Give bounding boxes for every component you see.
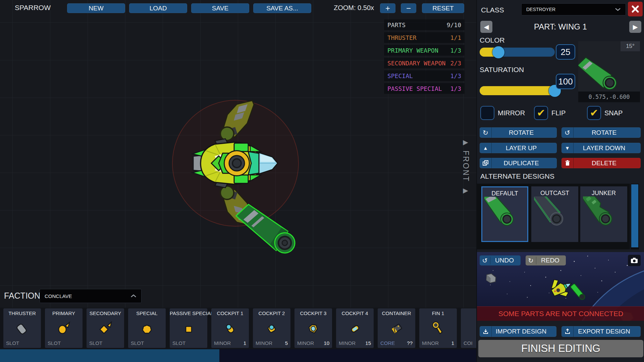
summary-row-thruster: THRUSTER 1/1 bbox=[384, 32, 465, 43]
ship-preview-scene: ↺ UNDO ↻ REDO SOME PARTS ARE NOT CONNECT… bbox=[477, 252, 644, 321]
zoom-in-button[interactable]: + bbox=[380, 3, 395, 13]
layer-down-button[interactable]: ▼ LAYER DOWN bbox=[561, 143, 641, 153]
check-icon: ✔ bbox=[537, 108, 545, 118]
undo-button[interactable]: ↺ UNDO bbox=[480, 255, 521, 265]
design-card-outcast[interactable]: OUTCAST bbox=[531, 186, 578, 242]
color-label: COLOR bbox=[480, 36, 505, 44]
primary-weapon-icon bbox=[54, 318, 74, 338]
saturation-slider[interactable] bbox=[480, 86, 555, 95]
undo-icon: ↺ bbox=[480, 257, 490, 264]
snap-checkbox-label: SNAP bbox=[604, 109, 623, 117]
flip-checkbox[interactable]: ✔ bbox=[534, 106, 548, 120]
alternate-designs-title: ALTERNATE DESIGNS bbox=[480, 172, 554, 180]
palette-card-special[interactable]: SPECIAL SLOT bbox=[128, 308, 166, 348]
duplicate-button[interactable]: DUPLICATE bbox=[480, 158, 557, 168]
saturation-value-box[interactable]: 100 bbox=[556, 74, 575, 89]
special-part-icon bbox=[137, 318, 157, 338]
mirror-checkbox[interactable]: ✔ bbox=[480, 106, 494, 120]
import-design-button[interactable]: IMPORT DESIGN bbox=[480, 326, 556, 337]
wing-thumbnail-default bbox=[484, 197, 527, 240]
container-part-icon bbox=[386, 318, 407, 338]
chevron-down-icon bbox=[615, 8, 621, 11]
part-coordinates: 0.575,-0.600 bbox=[578, 92, 640, 102]
palette-card-fin-1[interactable]: FIN 1 MINOR1 bbox=[419, 308, 457, 348]
chevron-up-icon bbox=[130, 294, 137, 298]
palette-card-passive-special[interactable]: PASSIVE SPECIAL SLOT bbox=[170, 308, 207, 348]
summary-row-primary-weapon: PRIMARY WEAPON 1/3 bbox=[384, 45, 465, 56]
layer-up-button[interactable]: ▲ LAYER UP bbox=[480, 143, 557, 153]
screenshot-button[interactable] bbox=[628, 255, 641, 266]
ship-name-title: SPARROW bbox=[15, 4, 51, 12]
fin-1-icon bbox=[428, 318, 448, 338]
trash-icon bbox=[561, 158, 574, 168]
cockpit-1-icon bbox=[220, 318, 240, 338]
faction-label: FACTION bbox=[4, 291, 40, 301]
palette-card-cockpit-4[interactable]: COCKPIT 4 MINOR15 bbox=[336, 308, 374, 348]
summary-row-passive-special: PASSIVE SPECIAL 1/3 bbox=[384, 83, 465, 94]
saturation-slider-fill bbox=[480, 86, 555, 95]
secondary-weapon-icon bbox=[95, 318, 115, 338]
zoom-out-button[interactable]: − bbox=[401, 3, 416, 13]
redo-button[interactable]: ↻ REDO bbox=[526, 255, 566, 265]
color-value-box[interactable]: 25 bbox=[556, 44, 575, 60]
snap-checkbox[interactable]: ✔ bbox=[587, 106, 601, 120]
color-slider[interactable] bbox=[480, 48, 555, 57]
next-part-button[interactable]: ▶ bbox=[629, 21, 641, 33]
wing-thumbnail-outcast bbox=[534, 196, 577, 240]
export-design-button[interactable]: EXPORT DESIGN bbox=[561, 326, 641, 337]
redo-icon: ↻ bbox=[526, 257, 536, 264]
flip-checkbox-label: FLIP bbox=[551, 109, 566, 117]
palette-card-secondary[interactable]: SECONDARY SLOT bbox=[87, 308, 124, 348]
close-editor-button[interactable] bbox=[628, 2, 643, 16]
designs-scrollbar-thumb[interactable] bbox=[631, 184, 638, 247]
palette-card-primary[interactable]: PRIMARY SLOT bbox=[45, 308, 83, 348]
passive-special-icon bbox=[178, 318, 199, 338]
export-icon bbox=[561, 326, 574, 337]
palette-card-partial[interactable]: COI bbox=[461, 308, 476, 348]
palette-card-cockpit-3[interactable]: COCKPIT 3 MINOR10 bbox=[294, 308, 332, 348]
finish-editing-button[interactable]: FINISH EDITING bbox=[478, 340, 643, 357]
front-label: FRONT bbox=[461, 150, 470, 182]
zoom-reset-button[interactable]: RESET bbox=[422, 3, 464, 13]
class-label: CLASS bbox=[481, 6, 504, 14]
faction-dropdown[interactable]: CONCLAVE bbox=[40, 289, 142, 303]
design-card-junker[interactable]: JUNKER bbox=[580, 186, 627, 242]
load-button[interactable]: LOAD bbox=[129, 3, 187, 13]
mirror-checkbox-label: MIRROR bbox=[498, 109, 525, 117]
summary-row-special: SPECIAL 1/3 bbox=[384, 70, 465, 81]
camera-icon bbox=[631, 257, 638, 263]
new-button[interactable]: NEW bbox=[67, 3, 125, 13]
color-slider-knob[interactable] bbox=[492, 46, 504, 58]
part-inspector-panel: CLASS DESTROYER ◀ PART: WING 1 ▶ COLOR 2… bbox=[476, 0, 644, 362]
rotate-counterclockwise-button[interactable]: ↺ ROTATE bbox=[561, 127, 641, 138]
parts-label: PARTS bbox=[387, 21, 406, 28]
palette-card-cockpit-2[interactable]: COCKPIT 2 MINOR5 bbox=[253, 308, 290, 348]
class-dropdown[interactable]: DESTROYER bbox=[521, 3, 626, 15]
class-selected-value: DESTROYER bbox=[526, 7, 555, 12]
ship-editor-app: ▶ FRONT ▶ SPARROW NEW LOAD SAVE SAVE AS.… bbox=[0, 0, 644, 362]
cockpit-2-icon bbox=[262, 318, 282, 338]
warning-banner: SOME PARTS ARE NOT CONNECTED bbox=[477, 306, 644, 321]
save-button[interactable]: SAVE bbox=[191, 3, 249, 13]
designs-scrollbar[interactable] bbox=[631, 184, 639, 249]
delete-button[interactable]: DELETE bbox=[561, 158, 641, 168]
close-icon bbox=[631, 5, 639, 13]
design-card-default[interactable]: DEFAULT bbox=[481, 186, 528, 242]
footer-progress-track bbox=[219, 349, 476, 362]
save-as-button[interactable]: SAVE AS... bbox=[253, 3, 311, 13]
zoom-level-label: ZOOM: 0.50x bbox=[334, 4, 374, 12]
part-title: PART: WING 1 bbox=[477, 22, 644, 32]
thruster-part-icon bbox=[12, 318, 32, 338]
check-icon: ✔ bbox=[590, 108, 598, 118]
palette-card-container[interactable]: CONTAINER CORE?? bbox=[378, 308, 415, 348]
parts-summary-header: PARTS 9/10 bbox=[384, 19, 465, 30]
triangle-up-icon: ▲ bbox=[480, 143, 492, 153]
duplicate-icon bbox=[480, 158, 492, 168]
palette-card-cockpit-1[interactable]: COCKPIT 1 MINOR1 bbox=[211, 308, 249, 348]
footer-progress-fill bbox=[0, 349, 219, 362]
rotate-clockwise-button[interactable]: ↻ ROTATE bbox=[480, 127, 557, 138]
palette-card-thruster[interactable]: THRUSTER SLOT bbox=[3, 308, 41, 348]
front-direction-marker: ▶ FRONT ▶ bbox=[460, 139, 472, 194]
faction-selected-value: CONCLAVE bbox=[45, 293, 72, 299]
cockpit-3-icon bbox=[303, 318, 323, 338]
